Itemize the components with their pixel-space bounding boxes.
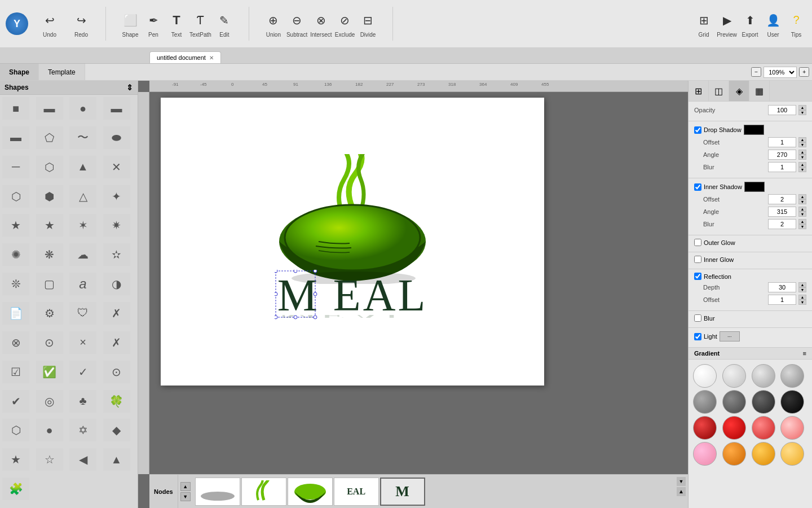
union-tool[interactable]: ⊕ Union [263,10,284,38]
right-grid-btn[interactable]: ⊞ [689,81,709,101]
subtract-tool[interactable]: ⊖ Subtract [286,10,307,38]
shape-thin-rect[interactable]: ▬ [2,126,29,149]
is-angle-spinner[interactable]: ▲▼ [798,207,806,217]
shape-star-fancy[interactable]: ✫ [103,243,130,266]
shape-x-small[interactable]: × [69,331,96,354]
is-angle-value[interactable]: 315 [768,207,796,217]
reflection-checkbox[interactable] [694,273,701,280]
shape-check-circle[interactable]: ✅ [36,361,63,383]
shape-check-circle2[interactable]: ⊙ [103,361,130,383]
shape-rounded-rect[interactable]: ▬ [36,97,63,120]
shape-puzzle[interactable]: 🧩 [2,478,29,500]
ds-offset-value[interactable]: 1 [768,137,796,147]
thumb-eal[interactable]: EAL [334,478,379,506]
shape-x-mark[interactable]: ✕ [103,156,130,178]
reflection-checkbox-label[interactable]: Reflection [694,273,731,280]
document-canvas[interactable]: M [161,98,544,386]
shape-half-circle[interactable]: ◑ [103,273,130,295]
shape-pentagon[interactable]: ⬠ [36,126,63,149]
app-logo[interactable]: Y [6,12,28,35]
zoom-in-btn[interactable]: + [799,67,809,77]
grad-red-light[interactable] [752,416,775,440]
shape-square-frame[interactable]: ▢ [36,273,63,295]
zoom-out-btn[interactable]: − [751,67,761,77]
shape-ring[interactable]: ◎ [36,390,63,413]
shapes-expand-icon[interactable]: ⇕ [126,83,133,92]
template-tab[interactable]: Template [39,64,85,80]
is-offset-value[interactable]: 2 [768,194,796,204]
ref-depth-spinner[interactable]: ▲▼ [798,282,806,292]
shape-x-circle2[interactable]: ⊗ [2,331,29,354]
grad-gray-light[interactable] [693,390,717,414]
panel-expand-btn[interactable]: ▼ [677,477,686,486]
drop-shadow-color[interactable] [744,125,764,135]
is-blur-value[interactable]: 2 [768,219,796,229]
grad-red-lightest[interactable] [780,416,804,440]
shape-plus[interactable]: ✦ [103,185,130,208]
shape-check-mark[interactable]: ✓ [69,361,96,383]
shape-cube3d[interactable]: ⬡ [2,419,29,441]
gradient-expand-icon[interactable]: ≡ [803,350,806,357]
thumb-m-selected[interactable]: M [380,478,425,506]
shape-cloud[interactable]: ☁ [69,243,96,266]
text-tool[interactable]: T Text [166,10,187,38]
grad-gray-dark[interactable] [752,390,775,414]
light-checkbox-label[interactable]: Light [694,333,717,340]
shape-check-sq[interactable]: ☑ [2,361,29,383]
redo-button[interactable]: ↪ Redo [71,10,91,38]
grad-orange-mid[interactable] [752,442,775,466]
shape-tool[interactable]: ⬜ Shape [120,10,140,38]
shape-wide-rect[interactable]: ▬ [103,97,130,120]
grad-orange-light[interactable] [780,442,804,466]
selected-letter-m[interactable]: M [277,273,320,318]
tips-tool[interactable]: ? Tips [786,10,806,38]
exclude-tool[interactable]: ⊘ Exclude [335,10,355,38]
shape-check-lg[interactable]: ✔ [2,390,29,413]
is-blur-spinner[interactable]: ▲▼ [798,219,806,229]
ds-blur-spinner[interactable]: ▲▼ [798,162,806,172]
shape-circle[interactable]: ● [69,97,96,120]
intersect-tool[interactable]: ⊗ Intersect [310,10,332,38]
grad-white-mid[interactable] [722,364,746,388]
shape-cross-x[interactable]: ✗ [103,331,130,354]
shape-x-circle[interactable]: ✗ [103,302,130,325]
shape-sun[interactable]: ✺ [2,243,29,266]
shape-sphere[interactable]: ● [36,419,63,441]
ds-blur-value[interactable]: 1 [768,162,796,172]
grad-gray-mid[interactable] [722,390,746,414]
shape-wave[interactable]: 〜 [69,126,96,149]
right-extra-btn[interactable]: ▦ [749,81,770,101]
shape-arrow-l[interactable]: ◀ [69,448,96,471]
light-options-btn[interactable]: ··· [720,331,740,341]
shape-circle-x2[interactable]: ⊙ [36,331,63,354]
ds-angle-value[interactable]: 270 [768,150,796,160]
shape-star6[interactable]: ✶ [69,214,96,237]
tab-close-btn[interactable]: ✕ [209,55,214,61]
inner-shadow-checkbox[interactable] [694,183,701,191]
pen-tool[interactable]: ✒ Pen [143,10,164,38]
right-style-btn[interactable]: ◈ [729,81,749,101]
ref-depth-value[interactable]: 30 [768,282,796,292]
shape-star4[interactable]: ★ [2,214,29,237]
opacity-spinner[interactable]: ▲ ▼ [798,105,806,115]
grad-red-dark[interactable] [693,416,717,440]
outer-glow-checkbox-label[interactable]: Outer Glow [694,239,735,246]
inner-shadow-color[interactable] [744,182,765,192]
nodes-toggle-btn[interactable]: ▲ [677,487,686,496]
zoom-select[interactable]: 109% 100% 75% 50% 150% [764,67,797,78]
blur-checkbox[interactable] [694,314,701,322]
grad-orange-dark[interactable] [722,442,746,466]
thumb-bowl[interactable] [288,478,333,506]
blur-checkbox-label[interactable]: Blur [694,314,715,322]
grid-tool[interactable]: ⊞ Grid [694,10,714,38]
shape-star-david[interactable]: ✡ [69,419,96,441]
shape-sun2[interactable]: ❋ [36,243,63,266]
ds-offset-spinner[interactable]: ▲▼ [798,137,806,147]
inner-glow-checkbox[interactable] [694,256,701,263]
grad-white-dark[interactable] [752,364,775,388]
shape-octagon[interactable]: ⬡ [36,156,63,178]
shape-text-a[interactable]: a [69,273,96,295]
outer-glow-checkbox[interactable] [694,239,701,246]
inner-glow-checkbox-label[interactable]: Inner Glow [694,256,734,263]
shape-page[interactable]: 📄 [2,302,29,325]
